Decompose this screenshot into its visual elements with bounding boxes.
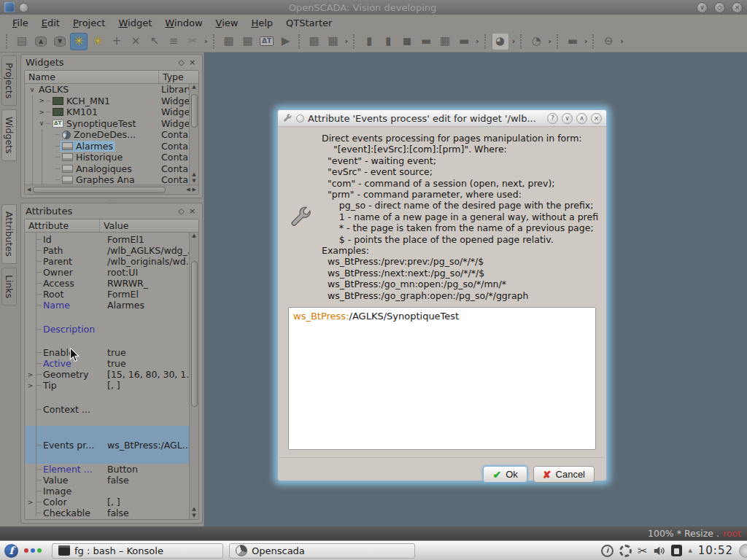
menu-help[interactable]: Help [244,16,279,30]
toolbar-button-link-element[interactable]: ⊖ [600,33,617,50]
scroll-thumb[interactable] [33,187,166,193]
attr-row-context[interactable]: Context ... [25,404,189,415]
dock-tab-projects[interactable]: Projects [1,55,17,106]
menu-edit[interactable]: Edit [35,16,66,30]
float-panel-icon[interactable]: ◇ [176,206,187,217]
toolbar-button-db-save[interactable]: ▼ [51,33,69,50]
toolbar-button-execution-mode[interactable]: ✳ [89,33,107,50]
toolbar-button-lib-texture-1[interactable]: ▦ [306,33,323,50]
toolbar-button-diagram[interactable]: ◕ [492,33,509,50]
attr-row-parent[interactable]: Parent/wlb_originals/wd... [25,256,189,267]
toolbar-button-grid-element[interactable]: ▦ [436,33,454,50]
start-menu-icon[interactable]: f [4,544,18,558]
toolbar-extension-arrow[interactable]: › [204,36,208,46]
scroll-up-icon[interactable]: ▲ [192,506,196,513]
attributes-vertical-scrollbar[interactable]: ▲ ▲ ▼ [189,233,198,519]
attr-row-owner[interactable]: Ownerroot:UI [25,267,189,278]
attr-row-element[interactable]: Element ...Button [25,464,189,475]
tree-row-synoptiquetest[interactable]: ∨SynoptiqueTestWidget [25,118,189,130]
toolbar-button-elfig-line-2[interactable]: ▮ [379,33,397,50]
toolbar-extension-arrow[interactable]: › [584,36,588,46]
attr-row-geometry[interactable]: >Geometry[15, 16, 80, 30, 1... [25,369,189,380]
menu-file[interactable]: File [6,16,35,30]
attr-col-attribute[interactable]: Attribute [25,219,99,232]
close-button[interactable]: × [732,2,743,13]
toolbar-button-widget-delete[interactable]: × [127,33,144,50]
attr-row-events-pr[interactable]: Events pr...ws_BtPress:/AGL... [25,426,189,464]
attr-row-image[interactable]: Image [25,486,189,497]
tree-row-analogiques[interactable]: AnalogiquesConta.. [25,163,189,175]
tree-vertical-scrollbar[interactable]: ▲ ▲ ▼ [189,84,198,184]
launcher-dot[interactable] [31,548,35,553]
volume-icon[interactable] [653,545,665,556]
ok-button[interactable]: Ok [483,466,527,483]
toolbar-button-elfig-line[interactable]: ▮ [360,33,378,50]
attr-row-path[interactable]: Path/wlb_AGLKS/wdg_... [25,245,189,256]
attr-row-active[interactable]: Activetrue [25,358,189,369]
toolbar-button-texture-text[interactable]: ▦ [239,33,257,50]
help-button[interactable]: ? [547,113,558,124]
toolbar-button-lib-texture-2[interactable]: ▦ [325,33,342,50]
toolbar-extension-arrow[interactable]: › [345,36,349,46]
dock-tab-links[interactable]: Links [1,268,17,306]
attr-row-checkable[interactable]: Checkablefalse [25,508,189,518]
toolbar-button-elfig-rect[interactable]: ◼ [398,33,416,50]
menu-qtstarter[interactable]: QTStarter [279,16,338,30]
tree-col-type[interactable]: Type [158,71,198,83]
toolbar-button-widget-edit[interactable]: ≡ [165,33,182,50]
scroll-thumb[interactable] [191,94,198,128]
tree-row-graphes-ana[interactable]: Graphes AnaConta [25,174,189,184]
close-button[interactable]: × [591,113,602,124]
expander-closed-icon[interactable]: > [25,371,36,378]
attr-row-access[interactable]: AccessRWRWR_ [25,278,189,289]
attr-row-name[interactable]: NameAlarmes [25,300,189,311]
task-konsole[interactable]: fg : bash – Konsole [52,543,223,559]
klipper-scissors-icon[interactable]: ✂ [638,544,647,558]
scroll-down-icon[interactable]: ▼ [192,513,196,519]
expander-closed-icon[interactable]: > [37,109,46,116]
menu-view[interactable]: View [209,16,245,30]
menu-window[interactable]: Window [158,16,209,30]
toolbar-button-media-element[interactable]: ▬ [455,33,473,50]
toolbar-button-run-project[interactable]: ▶ [277,33,295,50]
dialog-menu-button[interactable] [296,114,304,122]
maximize-button[interactable]: ◇ [714,2,725,13]
attr-col-value[interactable]: Value [99,219,198,232]
launcher-dot[interactable] [37,548,42,553]
scroll-left-icon[interactable]: ◀ [27,187,31,193]
quick-launch-dots[interactable] [24,548,42,553]
toolbar-button-widget-load[interactable]: ▤ [13,33,31,50]
attr-row-color[interactable]: >Color[, ] [25,497,189,508]
attr-row-id[interactable]: IdFormEl1 [25,234,189,245]
expander-closed-icon[interactable]: > [25,499,36,506]
scroll-up-icon[interactable]: ▲ [192,84,196,90]
events-text-editor[interactable]: ws_BtPress:/AGLKS/SynoptiqueTest [288,307,596,450]
attr-row-enable[interactable]: Enabletrue [25,347,189,358]
info-icon[interactable]: i [601,545,614,557]
toolbar-extension-arrow[interactable]: › [512,36,516,46]
settings-icon[interactable] [619,545,632,557]
clock[interactable]: 10:52 [698,544,733,557]
toolbar-extension-arrow[interactable]: › [476,36,479,46]
scroll-right-icon[interactable]: ▶ [193,187,196,193]
tree-row-aglks[interactable]: ∨AGLKSLibrary [25,84,189,96]
task-openscada[interactable]: Openscada [229,543,415,559]
menu-widget[interactable]: Widget [112,16,158,30]
clipboard-icon[interactable] [671,545,682,556]
attr-row-value[interactable]: Valuefalse [25,475,189,486]
expander-open-icon[interactable]: ∨ [28,86,36,93]
scroll-left-icon[interactable]: ◀ [186,187,190,193]
menu-project[interactable]: Project [66,16,112,30]
toolbar-button-box-element[interactable]: ▬ [564,33,581,50]
scroll-down-icon[interactable]: ▼ [192,178,196,184]
expander-closed-icon[interactable]: > [37,97,46,104]
desktop-peek-button[interactable] [739,544,747,558]
scroll-thumb[interactable] [191,261,198,407]
shade-button[interactable]: ∨ [562,113,573,124]
toolbar-button-widget-properties[interactable]: ↖ [146,33,163,50]
tree-col-name[interactable]: Name [25,71,158,83]
tree-row-alarmes[interactable]: AlarmesConta.. [25,141,189,152]
expander-closed-icon[interactable]: > [25,382,36,389]
launcher-dot[interactable] [24,548,28,553]
shade-button[interactable]: ∨ [697,2,708,13]
